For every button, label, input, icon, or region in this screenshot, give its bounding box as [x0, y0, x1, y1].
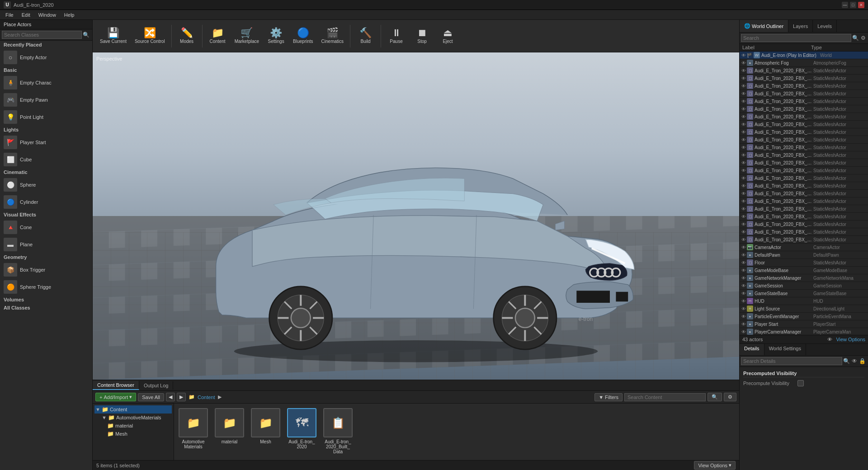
outliner-item[interactable]: 👁◻Audi_E_Tron_2020_FBX_E-Tron_RedStaticM…	[740, 190, 868, 197]
outliner-item[interactable]: 👁◻Audi_E_Tron_2020_FBX_E-Tron_WindStatic…	[740, 228, 868, 236]
vis-icon[interactable]: 👁	[741, 153, 746, 158]
view-options-button[interactable]: View Options ▾	[694, 461, 736, 470]
vis-icon[interactable]: 👁	[741, 207, 746, 212]
details-search-input[interactable]	[741, 357, 842, 365]
outliner-item[interactable]: 👁●GameSessionGameSession	[740, 282, 868, 290]
outliner-item[interactable]: 👁◻Audi_E_Tron_2020_FBX_E-Tron_PlatiStati…	[740, 174, 868, 182]
precomputed-visibility-header[interactable]: Precomputed Visibility	[743, 370, 864, 377]
actor-item-cylinder[interactable]: 🔵 Cylinder	[0, 193, 92, 211]
outliner-item[interactable]: 👁◻Audi_E_Tron_2020_FBX_E-Tron_RefleStati…	[740, 197, 868, 205]
outliner-item[interactable]: 👁◻Audi_E_Tron_2020_FBX_E-Tron_Chro2Stati…	[740, 105, 868, 113]
outliner-item[interactable]: 👁◻Audi_E_Tron_2020_FBX_E-Tron_GreyStatic…	[740, 128, 868, 136]
outliner-search-icon[interactable]: 🔍	[851, 35, 860, 41]
vis-icon[interactable]: 👁	[741, 183, 746, 188]
vis-icon[interactable]: 👁	[741, 122, 746, 127]
outliner-item[interactable]: 👁◻Audi_E_Tron_2020_FBX_E-Tron_Plast2Stat…	[740, 167, 868, 174]
actor-item-empty-actor[interactable]: ○ Empty Actor	[0, 49, 92, 66]
content-item-mesh[interactable]: 📁 Mesh	[251, 408, 280, 444]
outliner-item[interactable]: 👁◻Audi_E_Tron_2020_FBX_E-Tron_PearlStati…	[740, 182, 868, 190]
vis-icon[interactable]: 👁	[741, 283, 746, 288]
eject-button[interactable]: ⏏ Eject	[435, 26, 460, 46]
viewport[interactable]: e-tron Perspective	[93, 52, 739, 380]
tab-content-browser[interactable]: Content Browser	[93, 381, 139, 390]
vis-icon[interactable]: 👁	[741, 176, 746, 181]
outliner-item[interactable]: 👁◻Audi_E_Tron_2020_FBX_E-Tron_BrakStatic…	[740, 82, 868, 90]
vis-icon[interactable]: 👁	[741, 137, 746, 142]
content-item-audi-etron[interactable]: 🗺 Audi_E-tron_2020	[287, 408, 316, 449]
vis-icon[interactable]: 👁	[741, 260, 746, 265]
view-options-label[interactable]: View Options	[836, 337, 865, 342]
minimize-button[interactable]: —	[842, 2, 848, 8]
content-button[interactable]: 📁 Content	[205, 26, 230, 46]
outliner-item[interactable]: 👁◻Audi_E_Tron_2020_FBX_E-Tron_WhiteStati…	[740, 221, 868, 228]
outliner-search-input[interactable]	[741, 34, 851, 42]
add-import-button[interactable]: + Add/Import ▾	[95, 393, 136, 401]
vis-icon[interactable]: 👁	[741, 291, 746, 296]
outliner-item[interactable]: 👁●Atmospheric FogAtmosphericFog	[740, 59, 868, 67]
outliner-item[interactable]: 👁📷CameraActorCameraActor	[740, 244, 868, 251]
outliner-item[interactable]: 👁◻FloorStaticMeshActor	[740, 259, 868, 267]
vis-icon[interactable]: 👁	[741, 322, 746, 327]
filters-button[interactable]: ▼ Filters	[594, 393, 623, 401]
vis-icon[interactable]: 👁	[741, 107, 746, 112]
outliner-item[interactable]: 👁●DefaultPawnDefaultPawn	[740, 251, 868, 259]
outliner-item[interactable]: 👁●PlayerCameraManagerPlayerCameraMan	[740, 328, 868, 335]
details-eye-icon[interactable]: 👁	[851, 358, 858, 364]
blueprints-button[interactable]: 🔵 Blueprints	[289, 26, 316, 46]
outliner-item[interactable]: 👁☀Light SourceDirectionalLight	[740, 305, 868, 313]
content-item-audi-built[interactable]: 📋 Audi_E-tron_2020_Built_Data	[323, 408, 353, 454]
breadcrumb-content[interactable]: Content	[198, 395, 215, 400]
vis-icon[interactable]: 👁	[741, 114, 746, 119]
actor-item-cone[interactable]: 🔺 Cone	[0, 219, 92, 236]
outliner-item[interactable]: 👁◻Audi_E_Tron_2020_FBX_E-Tron_SilverStat…	[740, 205, 868, 213]
outliner-item[interactable]: 👁●GameStateBaseGameStateBase	[740, 290, 868, 297]
vis-icon[interactable]: 👁	[741, 130, 746, 135]
build-button[interactable]: 🔨 Build	[353, 26, 378, 46]
category-recently-placed[interactable]: Recently Placed	[0, 41, 92, 49]
tree-item-mesh[interactable]: 📁 Mesh	[94, 430, 172, 438]
content-search-input[interactable]	[624, 393, 706, 401]
actor-item-sphere[interactable]: ⚪ Sphere	[0, 176, 92, 193]
actor-item-cube[interactable]: ⬜ Cube	[0, 151, 92, 168]
outliner-item[interactable]: 👁◻Audi_E_Tron_2020_FBX_E-Tron_ChroStatic…	[740, 98, 868, 105]
menu-edit[interactable]: Edit	[18, 11, 34, 19]
actor-item-empty-character[interactable]: 🧍 Empty Charac	[0, 74, 92, 91]
outliner-item[interactable]: 👁◻Audi_E_Tron_2020_FBX_E-Tron_BlackStati…	[740, 67, 868, 75]
menu-help[interactable]: Help	[61, 11, 78, 19]
modes-button[interactable]: ✏️ Modes	[175, 26, 199, 46]
vis-icon[interactable]: 👁	[741, 237, 746, 242]
actor-item-box-trigger[interactable]: 📦 Box Trigger	[0, 261, 92, 278]
outliner-item[interactable]: 👁●Player StartPlayerStart	[740, 320, 868, 328]
content-search-button[interactable]: 🔍	[708, 393, 722, 401]
pause-button[interactable]: ⏸ Pause	[384, 26, 409, 46]
tree-item-automotive[interactable]: ▼ 📁 AutomotiveMaterials	[94, 414, 172, 422]
outliner-item[interactable]: 👁◻Audi_E_Tron_2020_FBX_E-Tron_Black2Stat…	[740, 75, 868, 82]
content-settings-button[interactable]: ⚙	[724, 393, 736, 401]
vis-icon[interactable]: 👁	[741, 329, 746, 334]
tab-world-outliner[interactable]: 🌐 World Outliner	[740, 20, 788, 32]
tree-item-content[interactable]: ▼ 📁 Content	[94, 405, 172, 414]
content-item-automotive[interactable]: 📁 AutomotiveMaterials	[179, 408, 208, 449]
vis-icon[interactable]: 👁	[741, 299, 746, 304]
category-cinematic[interactable]: Cinematic	[0, 168, 92, 176]
vis-icon-world[interactable]: 👁	[741, 53, 746, 58]
outliner-item[interactable]: 👁◻Audi_E_Tron_2020_FBX_E-Tron_HeadStatic…	[740, 136, 868, 144]
maximize-button[interactable]: □	[850, 2, 856, 8]
nav-forward-button[interactable]: ▶	[177, 393, 186, 401]
actor-item-point-light[interactable]: 💡 Point Light	[0, 108, 92, 126]
outliner-item[interactable]: 👁◻Audi_E_Tron_2020_FBX_E-Tron_DiskStatic…	[740, 121, 868, 128]
close-button[interactable]: ✕	[858, 2, 864, 8]
actor-item-player-start[interactable]: 🚩 Player Start	[0, 134, 92, 151]
outliner-item[interactable]: 👁◻Audi_E_Tron_2020_FBX_E-Tron_MetaStatic…	[740, 151, 868, 159]
outliner-item[interactable]: 👁◻Audi_E_Tron_2020_FBX_E-Tron_ClearStati…	[740, 113, 868, 121]
vis-icon[interactable]: 👁	[741, 191, 746, 196]
save-all-button[interactable]: Save All	[138, 393, 164, 401]
cinematics-button[interactable]: 🎬 Cinematics	[318, 26, 347, 46]
category-visual-effects[interactable]: Visual Effects	[0, 211, 92, 219]
vis-icon[interactable]: 👁	[741, 160, 746, 165]
vis-icon[interactable]: 👁	[741, 222, 746, 227]
vis-icon[interactable]: 👁	[741, 68, 746, 73]
outliner-item[interactable]: 👁●GameNetworkManagerGameNetworkMana	[740, 274, 868, 282]
category-lights[interactable]: Lights	[0, 126, 92, 134]
category-volumes[interactable]: Volumes	[0, 296, 92, 304]
